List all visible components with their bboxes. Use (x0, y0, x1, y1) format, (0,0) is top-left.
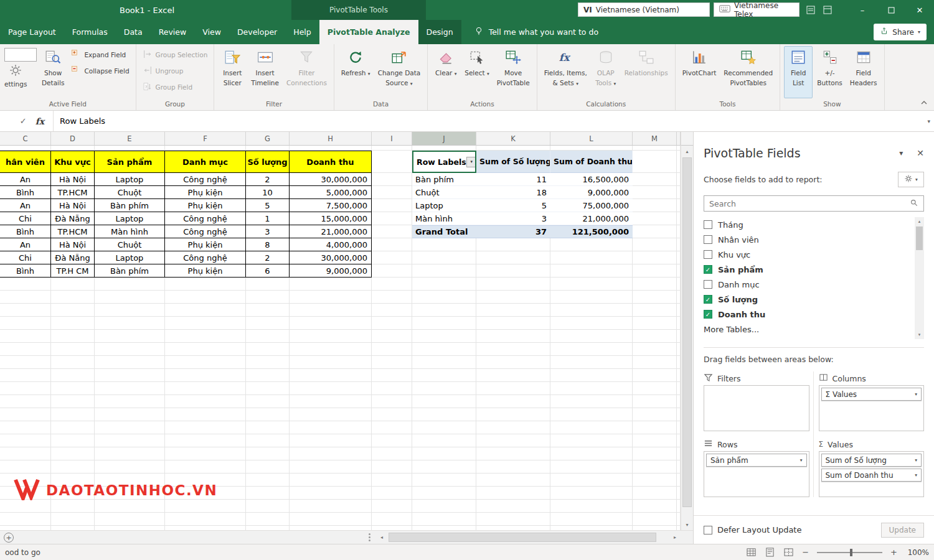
vertical-scrollbar-thumb[interactable] (682, 157, 692, 507)
cell[interactable] (290, 513, 372, 526)
cell[interactable] (165, 474, 246, 487)
cell[interactable] (0, 447, 51, 460)
cell[interactable] (290, 317, 372, 330)
cell[interactable] (0, 146, 51, 151)
cell[interactable] (633, 343, 677, 356)
cell[interactable] (165, 343, 246, 356)
field-chip-s-n-ph-m[interactable]: Sản phẩm▾ (706, 454, 807, 467)
cell[interactable] (550, 343, 633, 356)
cell[interactable] (290, 487, 372, 500)
table-cell[interactable]: Laptop (95, 212, 165, 225)
cell[interactable] (290, 382, 372, 395)
table-cell[interactable]: 30,000,000 (290, 251, 372, 264)
cell[interactable] (95, 382, 165, 395)
column-header-G[interactable]: G (246, 132, 290, 145)
cell[interactable] (95, 317, 165, 330)
language-bar[interactable]: VI Vietnamese (Vietnam) (578, 2, 710, 17)
cell[interactable] (51, 408, 95, 421)
cell[interactable] (0, 421, 51, 434)
cell[interactable] (550, 251, 633, 264)
update-button[interactable]: Update (881, 523, 924, 538)
cell[interactable] (372, 408, 412, 421)
field-list-button[interactable]: FieldList (784, 46, 813, 98)
cell[interactable] (0, 487, 51, 500)
cell[interactable] (372, 304, 412, 317)
cell[interactable] (246, 474, 290, 487)
tell-me-box[interactable]: Tell me what you want to do (474, 20, 598, 44)
horizontal-scrollbar-track[interactable] (387, 531, 669, 544)
cell[interactable] (290, 474, 372, 487)
zoom-slider-thumb[interactable] (850, 549, 852, 556)
table-header-cell[interactable]: Doanh thu (290, 151, 372, 173)
cell[interactable] (290, 447, 372, 460)
cell[interactable] (476, 526, 550, 530)
cell[interactable] (95, 408, 165, 421)
cell[interactable] (550, 264, 633, 278)
table-cell[interactable]: 7,500,000 (290, 199, 372, 212)
cell[interactable] (165, 356, 246, 369)
cell[interactable] (412, 500, 476, 513)
cell[interactable] (246, 146, 290, 151)
cell[interactable] (246, 382, 290, 395)
filter-connections-button[interactable]: FilterConnections (283, 46, 330, 98)
cell[interactable] (550, 146, 633, 151)
table-cell[interactable]: Đà Nẵng (51, 212, 95, 225)
field-checkbox[interactable] (704, 280, 712, 289)
relationships-button[interactable]: Relationships (621, 46, 671, 98)
table-cell[interactable]: Phụ kiện (165, 186, 246, 199)
cell[interactable] (290, 500, 372, 513)
cell[interactable] (246, 500, 290, 513)
pivot-header-cell[interactable]: Sum of Số lượng (476, 151, 550, 173)
cell[interactable] (372, 264, 412, 278)
cell[interactable] (290, 460, 372, 474)
ungroup-button[interactable]: Ungroup (139, 64, 211, 78)
tab-pivottable-analyze[interactable]: PivotTable Analyze (319, 20, 418, 44)
more-tables-link[interactable]: More Tables... (704, 322, 912, 337)
table-cell[interactable]: Laptop (95, 251, 165, 264)
cell[interactable] (51, 330, 95, 343)
tab-developer[interactable]: Developer (229, 20, 285, 44)
cell[interactable] (0, 343, 51, 356)
cell[interactable] (51, 474, 95, 487)
cell[interactable] (550, 317, 633, 330)
formula-bar[interactable]: ✓ fx Row Labels ▾ (0, 111, 934, 132)
table-cell[interactable]: 5,000,000 (290, 186, 372, 199)
cell[interactable] (476, 460, 550, 474)
cell[interactable] (290, 304, 372, 317)
cell[interactable] (290, 526, 372, 530)
cell[interactable] (633, 212, 677, 225)
field-chip-values[interactable]: Σ Values▾ (821, 388, 922, 401)
table-cell[interactable]: Phụ kiện (165, 238, 246, 251)
tab-data[interactable]: Data (116, 20, 151, 44)
table-cell[interactable]: Công nghệ (165, 225, 246, 238)
field-list-scrollbar-thumb[interactable] (916, 226, 923, 250)
table-cell[interactable]: 2 (246, 251, 290, 264)
group-selection-button[interactable]: Group Selection (139, 48, 211, 62)
cell[interactable] (95, 474, 165, 487)
cell[interactable] (0, 382, 51, 395)
cell[interactable] (476, 369, 550, 382)
cell[interactable] (550, 408, 633, 421)
cell[interactable] (550, 447, 633, 460)
table-cell[interactable]: 1 (246, 212, 290, 225)
table-cell[interactable]: 3 (246, 225, 290, 238)
cell[interactable] (95, 395, 165, 408)
cell[interactable] (372, 173, 412, 186)
clear-button[interactable]: Clear ▾ (432, 46, 460, 98)
select-button[interactable]: Select ▾ (461, 46, 493, 98)
cell[interactable] (372, 487, 412, 500)
column-header-J[interactable]: J (412, 132, 476, 145)
table-cell[interactable]: Hà Nội (51, 173, 95, 186)
pivot-header-cell[interactable]: Sum of Doanh thu (550, 151, 633, 173)
cell[interactable] (633, 460, 677, 474)
defer-layout-update[interactable]: Defer Layout Update (704, 525, 801, 534)
cell[interactable] (372, 500, 412, 513)
cell[interactable] (412, 382, 476, 395)
cell[interactable] (476, 317, 550, 330)
cell[interactable] (633, 513, 677, 526)
column-header-E[interactable]: E (95, 132, 165, 145)
tab-help[interactable]: Help (285, 20, 319, 44)
scrollbar-splitter[interactable] (369, 533, 370, 541)
cell[interactable] (165, 421, 246, 434)
cell[interactable] (550, 278, 633, 291)
